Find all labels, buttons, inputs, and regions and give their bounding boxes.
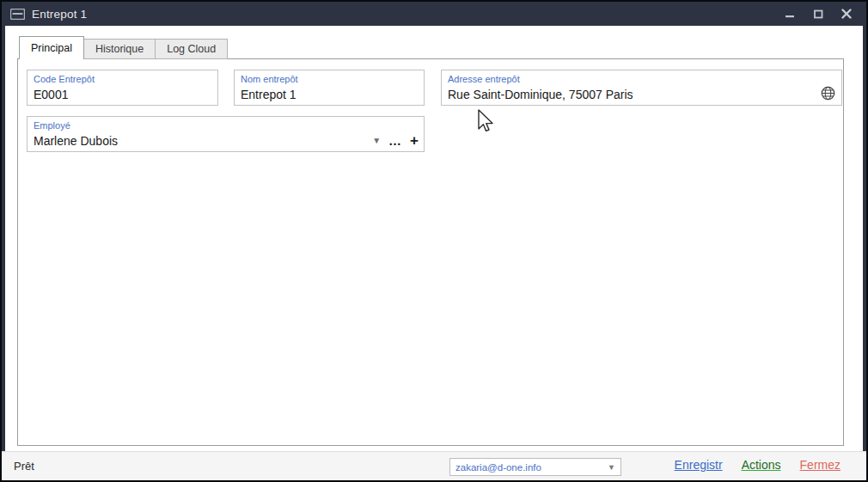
tab-principal[interactable]: Principal	[19, 36, 84, 59]
fermez-link[interactable]: Fermez	[800, 458, 840, 472]
titlebar: Entrepot 1	[2, 2, 866, 26]
code-entrepot-field[interactable]: Code Entrepôt E0001	[27, 70, 218, 106]
minimize-button[interactable]	[779, 4, 801, 23]
nom-entrepot-value[interactable]: Entrepot 1	[241, 86, 418, 103]
chevron-down-icon[interactable]: ▼	[372, 137, 381, 145]
account-combobox-value: zakaria@d-one.info	[455, 462, 608, 473]
chevron-down-icon[interactable]: ▼	[608, 463, 615, 472]
employe-field-tools: ▼ … +	[372, 135, 419, 147]
status-text: Prêt	[14, 460, 34, 473]
globe-icon[interactable]	[821, 86, 835, 101]
mouse-cursor	[475, 108, 494, 139]
code-entrepot-label: Code Entrepôt	[34, 73, 211, 86]
nom-entrepot-field[interactable]: Nom entrepôt Entrepot 1	[234, 70, 425, 106]
close-button[interactable]	[835, 4, 858, 23]
employe-field[interactable]: Employé Marlene Dubois ▼ … +	[27, 116, 425, 152]
tab-page-principal: Code Entrepôt E0001 Nom entrepôt Entrepo…	[17, 58, 844, 446]
enregistrer-link[interactable]: Enregistr	[675, 458, 723, 472]
maximize-button[interactable]	[807, 4, 829, 23]
account-combobox[interactable]: zakaria@d-one.info ▼	[449, 458, 621, 476]
ellipsis-icon[interactable]: …	[388, 137, 402, 145]
employe-label: Employé	[34, 119, 418, 132]
window-title: Entrepot 1	[32, 8, 87, 21]
actions-link[interactable]: Actions	[742, 458, 781, 472]
window-controls	[779, 4, 858, 23]
nom-entrepot-label: Nom entrepôt	[241, 73, 418, 86]
adresse-entrepot-label: Adresse entrepôt	[448, 73, 835, 86]
tab-log-cloud[interactable]: Log Cloud	[156, 39, 228, 59]
adresse-entrepot-value[interactable]: Rue Saint-Dominique, 75007 Paris	[448, 86, 835, 103]
app-window: Entrepot 1 Principal Historique Log Clou…	[0, 0, 868, 482]
tab-historique[interactable]: Historique	[84, 39, 156, 59]
plus-icon[interactable]: +	[410, 135, 419, 147]
code-entrepot-value[interactable]: E0001	[34, 86, 211, 103]
statusbar-links: Enregistr Actions Fermez	[675, 458, 840, 472]
tab-strip: Principal Historique Log Cloud	[19, 36, 228, 59]
employe-value[interactable]: Marlene Dubois	[34, 132, 418, 149]
form-window-icon	[10, 9, 25, 20]
client-area: Principal Historique Log Cloud Code Entr…	[5, 26, 863, 476]
adresse-entrepot-field[interactable]: Adresse entrepôt Rue Saint-Dominique, 75…	[441, 70, 842, 106]
statusbar: Prêt zakaria@d-one.info ▼ Enregistr Acti…	[2, 451, 866, 480]
